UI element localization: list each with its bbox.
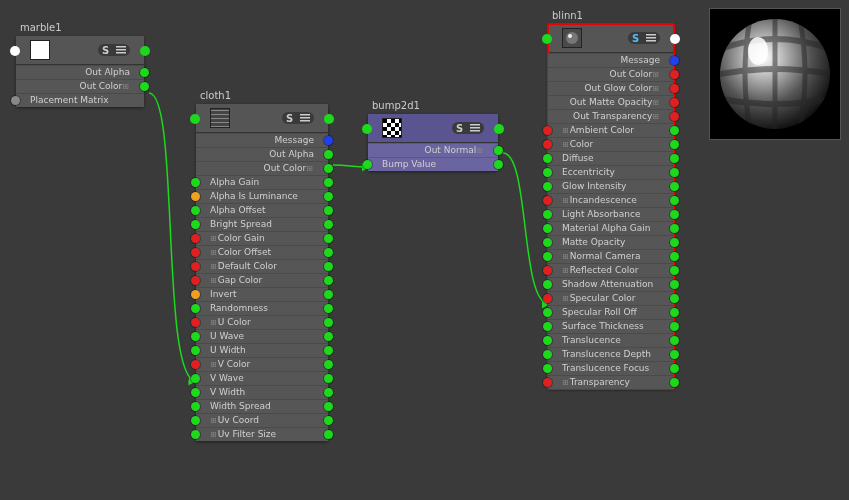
- output-row[interactable]: Out Color⊞: [16, 79, 144, 93]
- expand-icon[interactable]: ⊞: [122, 82, 129, 91]
- port-g[interactable]: [140, 82, 149, 91]
- input-row[interactable]: ⊞Uv Coord: [196, 413, 328, 427]
- input-row[interactable]: Light Absorbance: [548, 207, 674, 221]
- expand-icon[interactable]: ⊞: [562, 196, 569, 205]
- input-row[interactable]: ⊞Gap Color: [196, 273, 328, 287]
- input-row[interactable]: ⊞U Color: [196, 315, 328, 329]
- node-header-pill[interactable]: S: [282, 112, 314, 124]
- port-g[interactable]: [543, 322, 552, 331]
- output-row[interactable]: Out Matte Opacity⊞: [548, 95, 674, 109]
- input-row[interactable]: Bright Spread: [196, 217, 328, 231]
- expand-icon[interactable]: ⊞: [652, 112, 659, 121]
- port-g[interactable]: [324, 192, 333, 201]
- input-row[interactable]: Diffuse: [548, 151, 674, 165]
- node-header-pill[interactable]: S: [452, 122, 484, 134]
- port-g[interactable]: [324, 290, 333, 299]
- port-rd[interactable]: [191, 262, 200, 271]
- expand-icon[interactable]: ⊞: [210, 360, 217, 369]
- port-g[interactable]: [324, 234, 333, 243]
- port-g[interactable]: [324, 248, 333, 257]
- port-g[interactable]: [670, 182, 679, 191]
- port-g[interactable]: [543, 364, 552, 373]
- port-g[interactable]: [670, 168, 679, 177]
- header-port-out[interactable]: [494, 124, 504, 134]
- port-rd[interactable]: [670, 84, 679, 93]
- port-g[interactable]: [670, 280, 679, 289]
- port-g[interactable]: [670, 308, 679, 317]
- input-row[interactable]: ⊞Specular Color: [548, 291, 674, 305]
- input-row[interactable]: Width Spread: [196, 399, 328, 413]
- input-row[interactable]: ⊞Color Offset: [196, 245, 328, 259]
- port-rd[interactable]: [543, 140, 552, 149]
- port-rd[interactable]: [191, 276, 200, 285]
- port-g[interactable]: [670, 140, 679, 149]
- port-g[interactable]: [363, 160, 372, 169]
- output-row[interactable]: Out Alpha: [16, 65, 144, 79]
- header-port-in[interactable]: [190, 114, 200, 124]
- input-row[interactable]: Surface Thickness: [548, 319, 674, 333]
- header-port-in[interactable]: [10, 46, 20, 56]
- port-rd[interactable]: [543, 378, 552, 387]
- output-row[interactable]: Out Alpha: [196, 147, 328, 161]
- input-row[interactable]: Alpha Gain: [196, 175, 328, 189]
- expand-icon[interactable]: ⊞: [210, 262, 217, 271]
- output-row[interactable]: Message: [548, 53, 674, 67]
- output-row[interactable]: Out Glow Color⊞: [548, 81, 674, 95]
- port-g[interactable]: [543, 252, 552, 261]
- port-g[interactable]: [494, 146, 503, 155]
- port-g[interactable]: [670, 252, 679, 261]
- input-row[interactable]: ⊞Uv Filter Size: [196, 427, 328, 441]
- node-bump2d1[interactable]: bump2d1SOut Normal⊞Bump Value: [368, 114, 498, 171]
- port-g[interactable]: [191, 220, 200, 229]
- port-rd[interactable]: [191, 248, 200, 257]
- port-g[interactable]: [324, 304, 333, 313]
- input-row[interactable]: Randomness: [196, 301, 328, 315]
- port-g[interactable]: [670, 266, 679, 275]
- header-port-in[interactable]: [362, 124, 372, 134]
- input-row[interactable]: Shadow Attenuation: [548, 277, 674, 291]
- expand-icon[interactable]: ⊞: [210, 248, 217, 257]
- port-g[interactable]: [670, 294, 679, 303]
- port-rd[interactable]: [543, 196, 552, 205]
- input-row[interactable]: ⊞V Color: [196, 357, 328, 371]
- node-header[interactable]: S: [196, 104, 328, 133]
- port-g[interactable]: [324, 262, 333, 271]
- input-row[interactable]: Translucence Depth: [548, 347, 674, 361]
- port-g[interactable]: [543, 350, 552, 359]
- input-row[interactable]: Bump Value: [368, 157, 498, 171]
- node-header-pill[interactable]: S: [98, 44, 130, 56]
- port-g[interactable]: [670, 196, 679, 205]
- port-bl[interactable]: [324, 136, 333, 145]
- port-g[interactable]: [324, 164, 333, 173]
- expand-icon[interactable]: ⊞: [562, 126, 569, 135]
- menu-icon[interactable]: [646, 33, 656, 43]
- menu-icon[interactable]: [300, 113, 310, 123]
- port-rd[interactable]: [543, 294, 552, 303]
- port-o[interactable]: [191, 290, 200, 299]
- input-row[interactable]: ⊞Transparency: [548, 375, 674, 389]
- input-row[interactable]: Glow Intensity: [548, 179, 674, 193]
- input-row[interactable]: Translucence: [548, 333, 674, 347]
- port-g[interactable]: [191, 206, 200, 215]
- port-g[interactable]: [670, 364, 679, 373]
- port-o[interactable]: [191, 192, 200, 201]
- input-row[interactable]: ⊞Color Gain: [196, 231, 328, 245]
- expand-icon[interactable]: ⊞: [210, 430, 217, 439]
- port-g[interactable]: [324, 276, 333, 285]
- port-g[interactable]: [670, 378, 679, 387]
- port-g[interactable]: [324, 220, 333, 229]
- input-row[interactable]: Specular Roll Off: [548, 305, 674, 319]
- output-row[interactable]: Out Transparency⊞: [548, 109, 674, 123]
- input-row[interactable]: ⊞Normal Camera: [548, 249, 674, 263]
- port-rd[interactable]: [543, 126, 552, 135]
- port-g[interactable]: [670, 336, 679, 345]
- expand-icon[interactable]: ⊞: [210, 416, 217, 425]
- node-blinn1[interactable]: blinn1SMessageOut Color⊞Out Glow Color⊞O…: [548, 24, 674, 389]
- port-gray[interactable]: [11, 96, 20, 105]
- expand-icon[interactable]: ⊞: [210, 276, 217, 285]
- port-g[interactable]: [324, 346, 333, 355]
- port-g[interactable]: [324, 402, 333, 411]
- input-row[interactable]: Invert: [196, 287, 328, 301]
- port-g[interactable]: [324, 150, 333, 159]
- port-g[interactable]: [324, 430, 333, 439]
